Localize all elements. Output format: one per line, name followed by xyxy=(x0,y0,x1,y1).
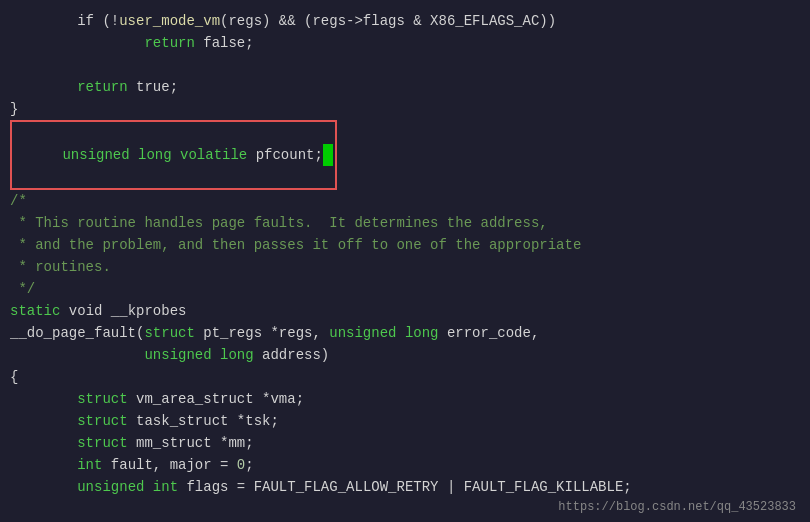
code-line: * routines. xyxy=(0,256,810,278)
code-token xyxy=(10,410,77,432)
code-line: * This routine handles page faults. It d… xyxy=(0,212,810,234)
code-line: if (!user_mode_vm(regs) && (regs->flags … xyxy=(0,10,810,32)
code-token: flags = FAULT_FLAG_ALLOW_RETRY | FAULT_F… xyxy=(178,476,632,498)
highlighted-code-line: unsigned long volatile pfcount; xyxy=(0,120,810,190)
cursor xyxy=(323,144,333,166)
footer-url: https://blog.csdn.net/qq_43523833 xyxy=(558,500,796,514)
code-token xyxy=(10,454,77,476)
code-token: struct xyxy=(77,432,127,454)
code-token: unsigned long volatile xyxy=(62,147,255,163)
code-token xyxy=(10,432,77,454)
code-token: __do_page_fault( xyxy=(10,322,144,344)
code-line: return true; xyxy=(0,76,810,98)
code-token: error_code, xyxy=(438,322,539,344)
code-token: unsigned int xyxy=(77,476,178,498)
code-line: * and the problem, and then passes it of… xyxy=(0,234,810,256)
code-token: struct xyxy=(77,410,127,432)
code-token: unsigned long xyxy=(329,322,438,344)
code-line: /* xyxy=(0,190,810,212)
code-token: fault, major = xyxy=(102,454,236,476)
code-token: * This routine handles page faults. It d… xyxy=(10,212,548,234)
code-line: return false; xyxy=(0,32,810,54)
code-line: struct task_struct *tsk; xyxy=(0,410,810,432)
highlight-box: unsigned long volatile pfcount; xyxy=(10,120,337,190)
code-token: 0 xyxy=(237,454,245,476)
code-token: address) xyxy=(254,344,330,366)
code-token: */ xyxy=(10,278,35,300)
code-token: { xyxy=(10,366,18,388)
code-line: int fault, major = 0; xyxy=(0,454,810,476)
code-line: */ xyxy=(0,278,810,300)
code-token: pfcount; xyxy=(256,147,323,163)
code-token: unsigned long xyxy=(144,344,253,366)
code-token: if (!user_mode_vm(regs) && (regs->flags … xyxy=(10,10,556,32)
code-line: } xyxy=(0,98,810,120)
code-token: * routines. xyxy=(10,256,111,278)
code-line: unsigned int flags = FAULT_FLAG_ALLOW_RE… xyxy=(0,476,810,498)
code-token: static xyxy=(10,300,60,322)
code-line: { xyxy=(0,366,810,388)
code-token xyxy=(10,476,77,498)
code-token: int xyxy=(77,454,102,476)
code-token: /* xyxy=(10,190,27,212)
code-line: static void __kprobes xyxy=(0,300,810,322)
code-token: struct xyxy=(77,388,127,410)
code-token: * and the problem, and then passes it of… xyxy=(10,234,581,256)
code-token: void __kprobes xyxy=(60,300,186,322)
code-token: ; xyxy=(245,454,253,476)
code-token: return true; xyxy=(10,76,178,98)
code-token: struct xyxy=(144,322,194,344)
code-line xyxy=(0,54,810,76)
code-token: task_struct *tsk; xyxy=(128,410,279,432)
code-line: __do_page_fault(struct pt_regs *regs, un… xyxy=(0,322,810,344)
code-token: vm_area_struct *vma; xyxy=(128,388,304,410)
code-line: struct mm_struct *mm; xyxy=(0,432,810,454)
code-line: struct vm_area_struct *vma; xyxy=(0,388,810,410)
code-editor: if (!user_mode_vm(regs) && (regs->flags … xyxy=(0,0,810,522)
code-token: pt_regs *regs, xyxy=(195,322,329,344)
code-token xyxy=(10,388,77,410)
code-token: } xyxy=(10,98,18,120)
code-line: unsigned long address) xyxy=(0,344,810,366)
code-token: mm_struct *mm; xyxy=(128,432,254,454)
code-token xyxy=(10,344,144,366)
code-token: return false; xyxy=(10,32,254,54)
